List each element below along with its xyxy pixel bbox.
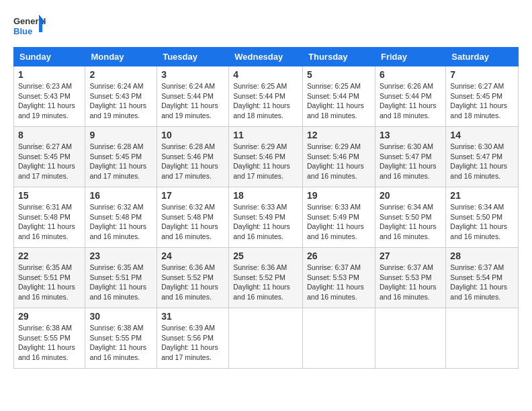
day-number: 12 — [307, 130, 371, 140]
svg-text:Blue: Blue — [13, 26, 32, 36]
calendar-cell: 12Sunrise: 6:29 AMSunset: 5:46 PMDayligh… — [303, 127, 375, 187]
day-number: 29 — [18, 311, 81, 322]
day-number: 8 — [18, 130, 81, 140]
day-number: 28 — [450, 250, 514, 261]
calendar-cell: 5Sunrise: 6:25 AMSunset: 5:44 PMDaylight… — [303, 66, 375, 127]
day-number: 25 — [233, 250, 298, 261]
day-number: 9 — [89, 130, 152, 140]
calendar-cell: 8Sunrise: 6:27 AMSunset: 5:45 PMDaylight… — [14, 127, 85, 187]
day-info: Sunrise: 6:29 AMSunset: 5:46 PMDaylight:… — [233, 142, 298, 181]
day-info: Sunrise: 6:23 AMSunset: 5:43 PMDaylight:… — [18, 81, 81, 121]
day-info: Sunrise: 6:33 AMSunset: 5:49 PMDaylight:… — [307, 202, 371, 242]
day-number: 23 — [89, 250, 152, 261]
day-info: Sunrise: 6:25 AMSunset: 5:44 PMDaylight:… — [307, 81, 371, 121]
day-number: 19 — [307, 190, 371, 201]
calendar-cell: 4Sunrise: 6:25 AMSunset: 5:44 PMDaylight… — [229, 66, 303, 127]
calendar-cell: 25Sunrise: 6:36 AMSunset: 5:52 PMDayligh… — [229, 248, 303, 308]
day-info: Sunrise: 6:35 AMSunset: 5:51 PMDaylight:… — [18, 263, 81, 302]
calendar-cell: 30Sunrise: 6:38 AMSunset: 5:55 PMDayligh… — [85, 308, 157, 369]
calendar-cell — [229, 308, 303, 369]
calendar-cell: 28Sunrise: 6:37 AMSunset: 5:54 PMDayligh… — [446, 248, 519, 308]
day-number: 1 — [18, 69, 81, 80]
day-info: Sunrise: 6:32 AMSunset: 5:48 PMDaylight:… — [161, 202, 224, 242]
day-info: Sunrise: 6:37 AMSunset: 5:54 PMDaylight:… — [450, 263, 514, 302]
col-header-friday: Friday — [375, 48, 445, 66]
logo: General Blue — [13, 13, 47, 40]
calendar-cell: 24Sunrise: 6:36 AMSunset: 5:52 PMDayligh… — [157, 248, 229, 308]
calendar-cell — [303, 308, 375, 369]
col-header-wednesday: Wednesday — [229, 48, 303, 66]
calendar-cell: 10Sunrise: 6:28 AMSunset: 5:46 PMDayligh… — [157, 127, 229, 187]
day-info: Sunrise: 6:25 AMSunset: 5:44 PMDaylight:… — [233, 81, 298, 121]
day-info: Sunrise: 6:37 AMSunset: 5:53 PMDaylight:… — [380, 263, 441, 302]
col-header-tuesday: Tuesday — [157, 48, 229, 66]
calendar-cell: 7Sunrise: 6:27 AMSunset: 5:45 PMDaylight… — [446, 66, 519, 127]
day-info: Sunrise: 6:30 AMSunset: 5:47 PMDaylight:… — [450, 142, 514, 181]
logo-svg: General Blue — [13, 13, 47, 40]
day-number: 26 — [307, 250, 371, 261]
col-header-monday: Monday — [85, 48, 157, 66]
day-info: Sunrise: 6:29 AMSunset: 5:46 PMDaylight:… — [307, 142, 371, 181]
calendar-cell: 11Sunrise: 6:29 AMSunset: 5:46 PMDayligh… — [229, 127, 303, 187]
calendar-cell: 26Sunrise: 6:37 AMSunset: 5:53 PMDayligh… — [303, 248, 375, 308]
col-header-sunday: Sunday — [14, 48, 85, 66]
day-info: Sunrise: 6:27 AMSunset: 5:45 PMDaylight:… — [450, 81, 514, 121]
calendar-cell: 27Sunrise: 6:37 AMSunset: 5:53 PMDayligh… — [375, 248, 445, 308]
col-header-thursday: Thursday — [303, 48, 375, 66]
day-number: 14 — [450, 130, 514, 140]
day-info: Sunrise: 6:24 AMSunset: 5:44 PMDaylight:… — [161, 81, 224, 121]
day-number: 22 — [18, 250, 81, 261]
calendar-cell: 29Sunrise: 6:38 AMSunset: 5:55 PMDayligh… — [14, 308, 85, 369]
day-info: Sunrise: 6:33 AMSunset: 5:49 PMDaylight:… — [233, 202, 298, 242]
day-info: Sunrise: 6:30 AMSunset: 5:47 PMDaylight:… — [380, 142, 441, 181]
day-info: Sunrise: 6:24 AMSunset: 5:43 PMDaylight:… — [89, 81, 152, 121]
day-number: 13 — [380, 130, 441, 140]
day-number: 15 — [18, 190, 81, 201]
day-info: Sunrise: 6:36 AMSunset: 5:52 PMDaylight:… — [161, 263, 224, 302]
calendar-cell — [446, 308, 519, 369]
day-info: Sunrise: 6:36 AMSunset: 5:52 PMDaylight:… — [233, 263, 298, 302]
calendar-cell: 2Sunrise: 6:24 AMSunset: 5:43 PMDaylight… — [85, 66, 157, 127]
day-info: Sunrise: 6:38 AMSunset: 5:55 PMDaylight:… — [18, 323, 81, 363]
day-info: Sunrise: 6:31 AMSunset: 5:48 PMDaylight:… — [18, 202, 81, 242]
calendar-cell: 17Sunrise: 6:32 AMSunset: 5:48 PMDayligh… — [157, 187, 229, 248]
calendar-cell: 14Sunrise: 6:30 AMSunset: 5:47 PMDayligh… — [446, 127, 519, 187]
day-number: 2 — [89, 69, 152, 80]
day-number: 31 — [161, 311, 224, 322]
calendar-cell: 20Sunrise: 6:34 AMSunset: 5:50 PMDayligh… — [375, 187, 445, 248]
day-info: Sunrise: 6:34 AMSunset: 5:50 PMDaylight:… — [450, 202, 514, 242]
calendar-cell: 23Sunrise: 6:35 AMSunset: 5:51 PMDayligh… — [85, 248, 157, 308]
calendar-cell: 18Sunrise: 6:33 AMSunset: 5:49 PMDayligh… — [229, 187, 303, 248]
day-info: Sunrise: 6:28 AMSunset: 5:46 PMDaylight:… — [161, 142, 224, 181]
day-number: 5 — [307, 69, 371, 80]
calendar-cell: 1Sunrise: 6:23 AMSunset: 5:43 PMDaylight… — [14, 66, 85, 127]
day-info: Sunrise: 6:27 AMSunset: 5:45 PMDaylight:… — [18, 142, 81, 181]
day-number: 21 — [450, 190, 514, 201]
day-number: 7 — [450, 69, 514, 80]
day-info: Sunrise: 6:32 AMSunset: 5:48 PMDaylight:… — [89, 202, 152, 242]
day-number: 16 — [89, 190, 152, 201]
calendar: SundayMondayTuesdayWednesdayThursdayFrid… — [13, 47, 519, 369]
calendar-cell: 16Sunrise: 6:32 AMSunset: 5:48 PMDayligh… — [85, 187, 157, 248]
calendar-cell: 9Sunrise: 6:28 AMSunset: 5:45 PMDaylight… — [85, 127, 157, 187]
day-number: 6 — [380, 69, 441, 80]
day-info: Sunrise: 6:35 AMSunset: 5:51 PMDaylight:… — [89, 263, 152, 302]
calendar-cell: 19Sunrise: 6:33 AMSunset: 5:49 PMDayligh… — [303, 187, 375, 248]
day-number: 27 — [380, 250, 441, 261]
calendar-cell: 22Sunrise: 6:35 AMSunset: 5:51 PMDayligh… — [14, 248, 85, 308]
calendar-cell — [375, 308, 445, 369]
calendar-cell: 31Sunrise: 6:39 AMSunset: 5:56 PMDayligh… — [157, 308, 229, 369]
day-info: Sunrise: 6:34 AMSunset: 5:50 PMDaylight:… — [380, 202, 441, 242]
day-number: 17 — [161, 190, 224, 201]
day-number: 4 — [233, 69, 298, 80]
day-info: Sunrise: 6:37 AMSunset: 5:53 PMDaylight:… — [307, 263, 371, 302]
day-number: 3 — [161, 69, 224, 80]
page-header: General Blue — [13, 13, 519, 40]
day-info: Sunrise: 6:38 AMSunset: 5:55 PMDaylight:… — [89, 323, 152, 363]
calendar-cell: 6Sunrise: 6:26 AMSunset: 5:44 PMDaylight… — [375, 66, 445, 127]
day-number: 18 — [233, 190, 298, 201]
day-info: Sunrise: 6:28 AMSunset: 5:45 PMDaylight:… — [89, 142, 152, 181]
calendar-cell: 15Sunrise: 6:31 AMSunset: 5:48 PMDayligh… — [14, 187, 85, 248]
day-number: 30 — [89, 311, 152, 322]
day-number: 11 — [233, 130, 298, 140]
